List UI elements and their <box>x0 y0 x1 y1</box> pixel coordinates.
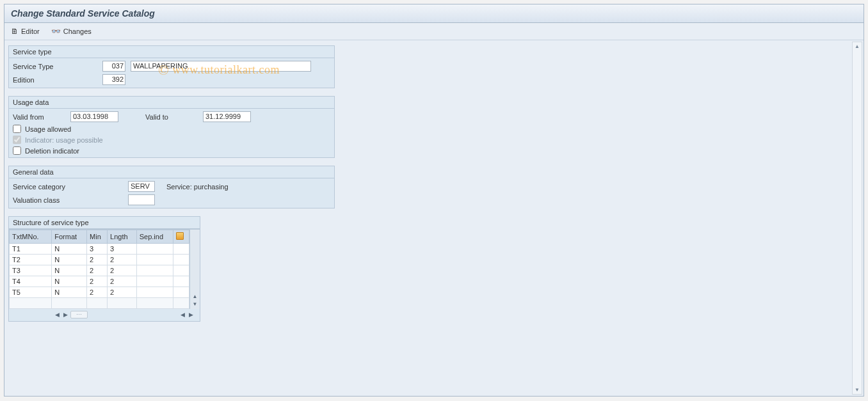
app-window: Change Standard Service Catalog 🗎 Editor… <box>4 4 864 397</box>
cell[interactable]: 3 <box>87 244 108 255</box>
cell[interactable]: T4 <box>10 276 52 287</box>
content-area: © www.tutorialkart.com Service type Serv… <box>4 40 864 396</box>
cell[interactable]: 2 <box>87 276 108 287</box>
usage-data-group: Usage data Valid from 03.03.1998 Valid t… <box>8 96 335 158</box>
category-value[interactable]: SERV <box>128 181 155 192</box>
scroll-right-icon[interactable]: ▶ <box>62 311 69 318</box>
toolbar: 🗎 Editor 👓 Changes <box>4 23 864 40</box>
valid-from-label: Valid from <box>13 113 70 121</box>
cell[interactable]: 2 <box>108 287 137 298</box>
glasses-icon: 👓 <box>51 27 61 36</box>
col-lngth[interactable]: Lngth <box>108 230 137 244</box>
valid-to-field[interactable]: 31.12.9999 <box>203 111 251 122</box>
service-type-group: Service type Service Type 037 WALLPAPERI… <box>8 45 335 88</box>
table-row-empty[interactable] <box>10 298 189 309</box>
service-type-code[interactable]: 037 <box>102 61 125 72</box>
changes-label: Changes <box>63 28 92 35</box>
structure-group: Structure of service type TxtMNo. Format… <box>8 216 200 322</box>
valid-to-label: Valid to <box>145 113 203 121</box>
service-type-label: Service Type <box>13 63 102 70</box>
cell[interactable]: 2 <box>87 265 108 276</box>
table-row[interactable]: T4 N 2 2 <box>10 276 189 287</box>
cell[interactable]: T2 <box>10 255 52 265</box>
scroll-up-icon[interactable]: ▲ <box>193 294 198 300</box>
category-label: Service category <box>13 183 128 191</box>
main-scroll-down-icon[interactable]: ▼ <box>855 387 860 393</box>
cell <box>173 287 189 298</box>
general-legend: General data <box>9 166 334 178</box>
valid-from-field[interactable]: 03.03.1998 <box>70 111 118 122</box>
cell <box>173 255 189 265</box>
cell[interactable]: T5 <box>10 287 52 298</box>
cell <box>173 244 189 255</box>
cell[interactable] <box>136 255 173 265</box>
table-config-icon <box>176 232 184 240</box>
usage-legend: Usage data <box>9 97 334 109</box>
main-scroll-up-icon[interactable]: ▲ <box>855 43 860 49</box>
scroll-right-end-icon[interactable]: ▶ <box>188 311 195 318</box>
col-txtmno[interactable]: TxtMNo. <box>10 230 52 244</box>
cell[interactable] <box>136 244 173 255</box>
cell <box>173 265 189 276</box>
deletion-label: Deletion indicator <box>25 147 79 155</box>
table-row[interactable]: T3 N 2 2 <box>10 265 189 276</box>
cell[interactable] <box>136 287 173 298</box>
structure-legend: Structure of service type <box>9 217 200 229</box>
cell[interactable] <box>136 276 173 287</box>
general-data-group: General data Service category SERV Servi… <box>8 166 335 208</box>
table-vscroll[interactable]: ▲ ▼ <box>189 230 200 309</box>
edition-label: Edition <box>13 76 102 84</box>
cell[interactable]: 2 <box>87 287 108 298</box>
cell[interactable]: T3 <box>10 265 52 276</box>
editor-label: Editor <box>21 28 40 35</box>
cell[interactable]: 3 <box>108 244 137 255</box>
col-format[interactable]: Format <box>52 230 87 244</box>
cell[interactable]: 2 <box>87 255 108 265</box>
table-row[interactable]: T5 N 2 2 <box>10 287 189 298</box>
valclass-label: Valuation class <box>13 196 128 204</box>
cell[interactable]: N <box>52 255 87 265</box>
usage-allowed-checkbox[interactable] <box>13 125 21 133</box>
cell[interactable]: N <box>52 244 87 255</box>
editor-icon: 🗎 <box>11 27 19 36</box>
structure-table: TxtMNo. Format Min Lngth Sep.ind T1 N 3 <box>9 230 189 309</box>
edition-value[interactable]: 392 <box>102 74 125 85</box>
changes-button[interactable]: 👓 Changes <box>51 27 92 36</box>
deletion-checkbox[interactable] <box>13 146 21 155</box>
table-hscroll[interactable]: ◀ ▶ ⋯ ◀ ▶ <box>9 309 200 321</box>
editor-button[interactable]: 🗎 Editor <box>11 27 40 36</box>
cell[interactable]: 2 <box>108 255 137 265</box>
cell[interactable]: T1 <box>10 244 52 255</box>
scroll-down-icon[interactable]: ▼ <box>193 301 198 308</box>
col-sepind[interactable]: Sep.ind <box>136 230 173 244</box>
cell[interactable]: N <box>52 265 87 276</box>
table-row[interactable]: T1 N 3 3 <box>10 244 189 255</box>
cell <box>173 276 189 287</box>
service-type-legend: Service type <box>9 46 334 58</box>
cell[interactable]: N <box>52 287 87 298</box>
col-config[interactable] <box>173 230 189 244</box>
table-row[interactable]: T2 N 2 2 <box>10 255 189 265</box>
indicator-label: Indicator: usage possible <box>25 136 103 144</box>
page-title: Change Standard Service Catalog <box>4 4 864 23</box>
category-desc: Service: purchasing <box>166 183 229 191</box>
cell[interactable]: 2 <box>108 265 137 276</box>
indicator-checkbox <box>13 136 21 144</box>
scroll-handle[interactable]: ⋯ <box>70 311 88 318</box>
cell[interactable]: N <box>52 276 87 287</box>
scroll-left-end-icon[interactable]: ◀ <box>179 311 186 318</box>
service-type-desc[interactable]: WALLPAPERING <box>131 61 311 72</box>
col-min[interactable]: Min <box>87 230 108 244</box>
usage-allowed-label: Usage allowed <box>25 125 71 133</box>
scroll-left-icon[interactable]: ◀ <box>54 311 61 318</box>
cell[interactable] <box>136 265 173 276</box>
main-vscroll[interactable]: ▲ ▼ <box>852 42 862 395</box>
cell[interactable]: 2 <box>108 276 137 287</box>
valclass-value[interactable] <box>128 194 155 205</box>
